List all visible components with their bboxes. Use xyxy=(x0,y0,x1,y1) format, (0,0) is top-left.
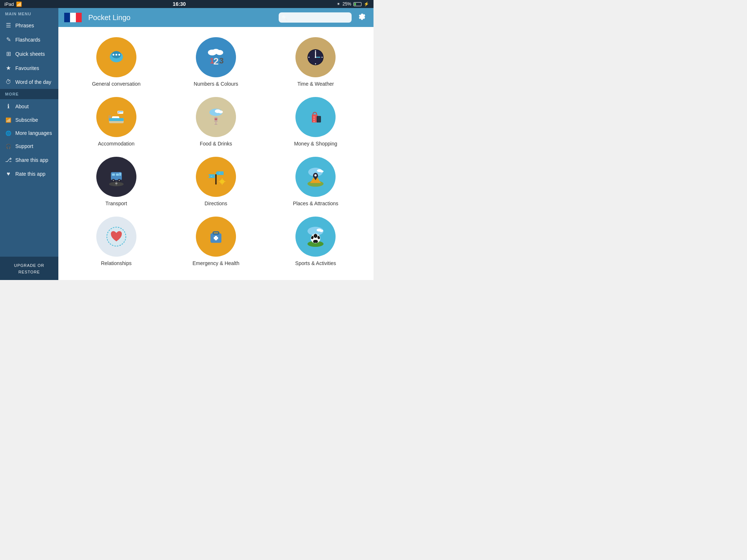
accommodation-label: Accommodation xyxy=(98,141,134,147)
sidebar-item-phrases[interactable]: ☰ Phrases xyxy=(0,18,58,32)
app-header: Pocket Lingo 🔍 xyxy=(58,8,374,27)
status-bar: iPad 📶 16:30 ✴ 25% ⚡ xyxy=(0,0,374,8)
sidebar-item-quicksheets[interactable]: ⊞ Quick sheets xyxy=(0,47,58,61)
main-menu-label: MAIN MENU xyxy=(0,8,58,18)
category-transport[interactable]: Transport xyxy=(70,157,162,206)
flag-white-stripe xyxy=(70,13,76,22)
favourites-icon: ★ xyxy=(5,65,12,71)
directions-icon: → → xyxy=(203,164,229,190)
category-emergency[interactable]: Emergency & Health xyxy=(170,217,262,266)
transport-label: Transport xyxy=(105,201,127,206)
svg-point-17 xyxy=(315,63,316,65)
svg-point-88 xyxy=(320,230,323,232)
support-label: Support xyxy=(15,143,33,149)
svg-point-5 xyxy=(118,54,120,56)
morelanguages-label: More languages xyxy=(15,130,52,136)
svg-rect-60 xyxy=(215,174,217,184)
svg-point-34 xyxy=(218,110,223,113)
sidebar-item-subscribe[interactable]: 📶 Subscribe xyxy=(0,113,58,127)
category-food[interactable]: Food & Drinks xyxy=(170,97,262,147)
battery-label: 25% xyxy=(342,1,351,7)
category-money[interactable]: Money & Shopping xyxy=(270,97,362,147)
about-label: About xyxy=(15,104,29,109)
wifi-icon: 📶 xyxy=(16,1,22,7)
heart-icon: ♥ xyxy=(5,171,12,177)
sidebar-item-favourites[interactable]: ★ Favourites xyxy=(0,61,58,75)
time-icon xyxy=(303,44,328,70)
settings-button[interactable] xyxy=(356,12,368,23)
emergency-icon xyxy=(203,224,229,249)
rateapp-label: Rate this app xyxy=(15,171,46,177)
category-relationships[interactable]: Relationships xyxy=(70,217,162,266)
svg-point-3 xyxy=(112,54,114,56)
wordofday-icon: ⏱ xyxy=(5,79,12,85)
favourites-label: Favourites xyxy=(15,65,39,71)
numbers-circle: 1 2 3 xyxy=(196,37,236,77)
gear-icon xyxy=(358,13,366,22)
relationships-icon xyxy=(104,224,129,249)
charging-icon: ⚡ xyxy=(364,1,369,7)
sidebar-item-flashcards[interactable]: ✎ Flashcards xyxy=(0,32,58,47)
svg-point-74 xyxy=(320,170,324,172)
directions-circle: → → xyxy=(196,157,236,197)
money-icon xyxy=(303,104,328,130)
category-sports[interactable]: Sports & Activities xyxy=(270,217,362,266)
sidebar-item-morelanguages[interactable]: 🌐 More languages xyxy=(0,127,58,140)
food-label: Food & Drinks xyxy=(200,141,232,147)
svg-rect-30 xyxy=(118,113,119,113)
accommodation-icon xyxy=(104,104,129,130)
general-circle xyxy=(96,37,136,77)
sports-circle xyxy=(295,217,336,257)
sidebar-item-rateapp[interactable]: ♥ Rate this app xyxy=(0,167,58,181)
upgrade-button[interactable]: UPGRADE or RESTORE xyxy=(0,257,58,280)
svg-text:2: 2 xyxy=(213,56,218,67)
status-time: 16:30 xyxy=(173,1,186,7)
sidebar-item-wordofday[interactable]: ⏱ Word of the day xyxy=(0,75,58,89)
search-input[interactable] xyxy=(279,12,352,23)
svg-rect-29 xyxy=(118,111,123,112)
upgrade-label: UPGRADE or RESTORE xyxy=(14,263,44,274)
money-circle xyxy=(295,97,336,137)
svg-point-57 xyxy=(119,180,120,181)
relationships-circle xyxy=(96,217,136,257)
sharethisapp-label: Share this app xyxy=(15,157,48,163)
sidebar-item-support[interactable]: 🎧 Support xyxy=(0,140,58,153)
category-accommodation[interactable]: Accommodation xyxy=(70,97,162,147)
category-directions[interactable]: → → Directions xyxy=(170,157,262,206)
category-numbers[interactable]: 1 2 3 Numbers & Colours xyxy=(170,37,262,87)
accommodation-circle xyxy=(96,97,136,137)
emergency-circle xyxy=(196,217,236,257)
more-label: MORE xyxy=(0,89,58,99)
transport-icon xyxy=(104,164,129,190)
category-general[interactable]: General conversation xyxy=(70,37,162,87)
sidebar-item-about[interactable]: ℹ About xyxy=(0,99,58,113)
svg-point-4 xyxy=(115,54,117,56)
svg-point-44 xyxy=(313,121,315,122)
svg-rect-41 xyxy=(312,114,313,122)
category-places[interactable]: Places & Attractions xyxy=(270,157,362,206)
french-flag xyxy=(64,13,82,22)
subscribe-icon: 📶 xyxy=(5,117,12,123)
svg-point-38 xyxy=(214,118,217,120)
relationships-label: Relationships xyxy=(101,260,132,266)
places-circle xyxy=(295,157,336,197)
svg-point-43 xyxy=(313,118,315,120)
svg-rect-53 xyxy=(119,173,121,176)
category-time[interactable]: Time & Weather xyxy=(270,37,362,87)
transport-circle xyxy=(96,157,136,197)
svg-rect-52 xyxy=(116,174,119,176)
svg-point-18 xyxy=(309,57,310,58)
subscribe-label: Subscribe xyxy=(15,117,38,123)
flag-red-stripe xyxy=(76,13,82,22)
svg-rect-51 xyxy=(112,174,115,176)
main-layout: MAIN MENU ☰ Phrases ✎ Flashcards ⊞ Quick… xyxy=(0,8,374,280)
sports-icon xyxy=(303,224,328,249)
food-icon xyxy=(203,104,229,130)
svg-point-22 xyxy=(315,57,316,58)
support-icon: 🎧 xyxy=(5,144,12,149)
category-grid: General conversation 1 2 xyxy=(58,27,374,280)
about-icon: ℹ xyxy=(5,103,12,110)
svg-point-19 xyxy=(322,57,323,58)
sidebar-item-sharethisapp[interactable]: ⎇ Share this app xyxy=(0,153,58,167)
general-icon xyxy=(104,44,129,70)
